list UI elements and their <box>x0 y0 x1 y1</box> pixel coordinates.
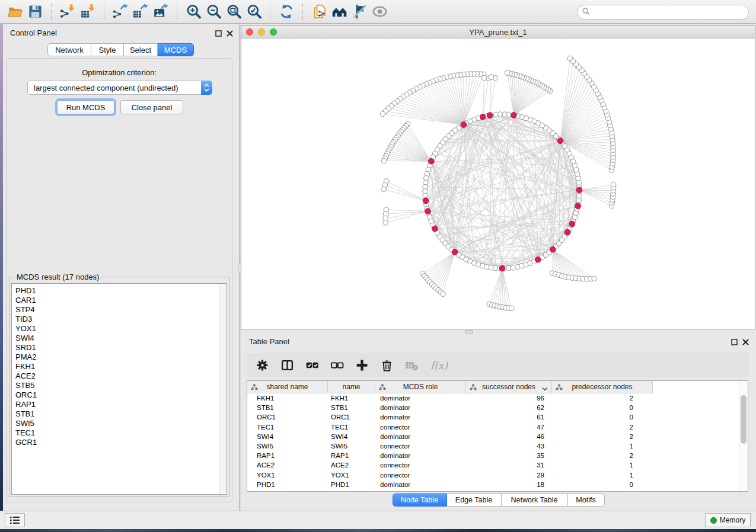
mcds-result-item[interactable]: SWI4 <box>12 334 227 343</box>
refresh-layout-icon[interactable] <box>276 2 296 21</box>
mcds-result-item[interactable]: CAR1 <box>12 296 227 305</box>
close-table-panel-icon[interactable] <box>742 337 749 348</box>
main-toolbar <box>0 0 756 24</box>
tab-select[interactable]: Select <box>124 43 158 56</box>
close-panel-icon[interactable] <box>227 28 233 39</box>
table-row[interactable]: TEC1TEC1connector472 <box>247 422 739 432</box>
mcds-result-item[interactable]: PMA2 <box>12 352 227 362</box>
table-row[interactable]: ACE2ACE2connector311 <box>247 460 739 470</box>
mcds-result-item[interactable]: SRD1 <box>12 343 227 352</box>
column-header-predecessor-nodes[interactable]: predecessor nodes <box>552 381 653 393</box>
table-cell: 62 <box>466 404 552 411</box>
criterion-dropdown[interactable]: largest connected component (undirected) <box>27 81 212 95</box>
deselect-all-icon[interactable] <box>329 358 344 373</box>
control-panel-tabs: NetworkStyleSelectMCDS <box>47 43 194 56</box>
mcds-result-item[interactable]: TEC1 <box>12 428 227 438</box>
table-scrollbar-thumb[interactable] <box>741 395 747 444</box>
column-header-shared-name[interactable]: shared name <box>247 381 328 393</box>
mcds-result-item[interactable]: ACE2 <box>12 371 227 381</box>
first-neighbors-icon[interactable] <box>329 2 349 21</box>
export-table-icon[interactable] <box>130 2 151 21</box>
mcds-result-item[interactable]: ORC1 <box>12 390 227 400</box>
sort-desc-icon[interactable] <box>542 385 548 393</box>
mcds-tab-content: Optimization criterion: largest connecte… <box>6 58 232 502</box>
mcds-result-list[interactable]: PHD1CAR1STP4TID3YOX1SWI4SRD1PMA2FKH1ACE2… <box>11 283 227 495</box>
panel-menu-button[interactable] <box>5 513 25 527</box>
run-mcds-button[interactable]: Run MCDS <box>57 100 114 114</box>
table-cell: 1 <box>552 443 653 450</box>
mcds-list-scrollbar[interactable] <box>219 284 227 494</box>
memory-button[interactable]: Memory <box>705 513 751 527</box>
table-row[interactable]: SWI4SWI4dominator462 <box>247 432 739 441</box>
search-input[interactable] <box>590 7 748 18</box>
float-panel-icon[interactable] <box>215 28 222 39</box>
split-panel-icon[interactable] <box>279 358 295 373</box>
open-session-icon[interactable] <box>5 2 25 21</box>
mcds-result-item[interactable]: STP4 <box>12 305 227 315</box>
table-cell: connector <box>375 462 466 469</box>
mcds-result-item[interactable]: PHD1 <box>12 286 227 296</box>
table-row[interactable]: PHD1PHD1dominator180 <box>247 480 739 489</box>
table-cell: RAP1 <box>328 452 375 459</box>
select-all-icon[interactable] <box>304 358 320 373</box>
mcds-result-item[interactable]: RAP1 <box>12 400 227 409</box>
column-header-MCDS-role[interactable]: MCDS role <box>375 381 466 393</box>
export-network-icon[interactable] <box>110 2 130 21</box>
table-cell: 47 <box>466 424 552 431</box>
zoom-fit-icon[interactable] <box>224 2 244 21</box>
add-column-icon[interactable] <box>354 358 369 373</box>
zoom-out-icon[interactable] <box>203 2 224 21</box>
mcds-result-group: MCDS result (17 nodes) PHD1CAR1STP4TID3Y… <box>9 277 229 497</box>
tab-motifs[interactable]: Motifs <box>568 493 605 507</box>
search-field[interactable] <box>577 5 749 20</box>
table-scrollbar[interactable] <box>739 381 748 491</box>
table-cell: 96 <box>466 395 552 402</box>
tab-network[interactable]: Network <box>47 43 91 56</box>
mcds-result-item[interactable]: SWI5 <box>12 419 227 428</box>
table-cell: 31 <box>466 462 552 469</box>
network-window-title: YPA_prune.txt_1 <box>241 28 755 37</box>
mcds-result-item[interactable]: GCR1 <box>12 438 227 447</box>
import-network-icon[interactable] <box>58 2 78 21</box>
column-label: MCDS role <box>403 383 438 391</box>
table-row[interactable]: SWI5SWI5connector431 <box>247 441 739 451</box>
column-header-successor-nodes[interactable]: successor nodes <box>466 381 552 393</box>
save-session-icon[interactable] <box>25 2 45 21</box>
mcds-result-item[interactable]: FKH1 <box>12 362 227 371</box>
column-header-name[interactable]: name <box>328 381 375 393</box>
table-rows: FKH1FKH1dominator962STB1STB1dominator620… <box>247 393 739 489</box>
table-cell: 2 <box>552 433 653 440</box>
zoom-in-icon[interactable] <box>183 2 203 21</box>
close-panel-button[interactable]: Close panel <box>120 100 183 114</box>
show-hidden-icon[interactable] <box>369 2 390 21</box>
export-document-icon[interactable] <box>309 2 329 21</box>
table-settings-icon[interactable] <box>254 358 270 373</box>
table-row[interactable]: FKH1FKH1dominator962 <box>247 393 739 403</box>
mcds-result-item[interactable]: YOX1 <box>12 324 227 334</box>
tab-style[interactable]: Style <box>91 43 124 56</box>
mcds-result-item[interactable]: STB5 <box>12 381 227 390</box>
table-row[interactable]: ORC1ORC1dominator610 <box>247 412 739 422</box>
mcds-result-item[interactable]: STB1 <box>12 409 227 419</box>
mcds-result-item[interactable]: TID3 <box>12 315 227 324</box>
table-row[interactable]: STB1STB1dominator620 <box>247 403 739 412</box>
zoom-selected-icon[interactable] <box>244 2 264 21</box>
table-cell: PHD1 <box>328 481 375 488</box>
svg-text:f(x): f(x) <box>430 360 449 371</box>
tab-mcds[interactable]: MCDS <box>158 43 194 56</box>
hide-selected-icon[interactable] <box>349 2 369 21</box>
delete-column-icon[interactable] <box>379 358 394 373</box>
tab-network-table[interactable]: Network Table <box>502 493 568 507</box>
import-table-icon[interactable] <box>78 2 98 21</box>
table-cell: STB1 <box>247 404 328 411</box>
table-cell: SWI5 <box>247 443 328 450</box>
tab-node-table[interactable]: Node Table <box>393 493 447 507</box>
float-table-panel-icon[interactable] <box>731 337 738 348</box>
tab-edge-table[interactable]: Edge Table <box>447 493 502 507</box>
table-cell: 0 <box>552 414 653 421</box>
table-row[interactable]: RAP1RAP1dominator352 <box>247 451 739 460</box>
export-image-icon[interactable] <box>151 2 171 21</box>
table-row[interactable]: YOX1YOX1connector291 <box>247 470 739 480</box>
table-cell: 46 <box>466 433 552 440</box>
network-graph-canvas[interactable] <box>241 39 755 329</box>
